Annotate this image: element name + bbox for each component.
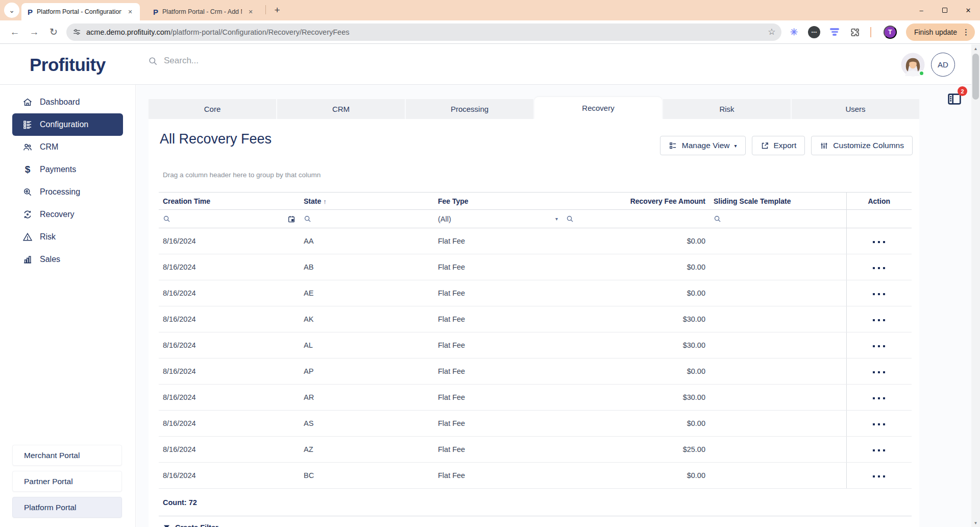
extensions-menu-button[interactable]	[848, 25, 862, 39]
side-panel-toggle[interactable]: 2	[946, 91, 964, 108]
export-icon	[761, 141, 769, 150]
row-actions-button[interactable]	[870, 368, 888, 376]
filter-state[interactable]	[300, 210, 434, 228]
bookmark-button[interactable]: ☆	[768, 27, 775, 37]
browser-profile-button[interactable]: T	[884, 26, 897, 39]
table-row[interactable]: 8/16/2024ARFlat Fee$30.00	[159, 385, 912, 411]
partner-portal-button[interactable]: Partner Portal	[12, 471, 122, 492]
sort-ascending-icon: ↑	[323, 198, 327, 205]
sidebar-item-crm[interactable]: CRM	[12, 136, 123, 158]
url-domain: acme.demo.profituity.com	[86, 28, 170, 36]
cell-creation-time: 8/16/2024	[159, 332, 300, 358]
user-initials-button[interactable]: AD	[931, 53, 955, 77]
page-scrollbar[interactable]: ▲ ▼	[971, 44, 980, 527]
row-actions-button[interactable]	[870, 290, 888, 298]
filter-amount[interactable]	[562, 210, 709, 228]
sidebar-item-payments[interactable]: $ Payments	[12, 158, 123, 181]
merchant-portal-button[interactable]: Merchant Portal	[12, 445, 122, 466]
browser-tab-active[interactable]: P Platform Portal - Configuration ✕	[21, 3, 140, 20]
manage-view-button[interactable]: Manage View ▾	[660, 136, 746, 155]
cell-amount: $0.00	[562, 411, 709, 437]
browser-window: ⌄ P Platform Portal - Configuration ✕ P …	[0, 0, 980, 527]
avatar[interactable]	[901, 53, 925, 77]
table-row[interactable]: 8/16/2024BCFlat Fee$0.00	[159, 463, 912, 489]
sidebar-item-label: Sales	[40, 255, 60, 264]
tab-users[interactable]: Users	[792, 99, 919, 119]
row-actions-button[interactable]	[870, 342, 888, 350]
platform-portal-button[interactable]: Platform Portal	[12, 497, 122, 518]
finish-update-button[interactable]: Finish update ⋮	[906, 23, 975, 41]
close-tab-button[interactable]: ✕	[126, 7, 135, 16]
column-header-state[interactable]: State↑	[300, 193, 434, 210]
row-actions-button[interactable]	[870, 446, 888, 454]
filter-fee-type[interactable]: (All)▾	[434, 210, 562, 228]
extension-chat-button[interactable]: •••	[807, 25, 821, 39]
tab-core[interactable]: Core	[149, 99, 276, 119]
tab-crm[interactable]: CRM	[277, 99, 405, 119]
table-row[interactable]: 8/16/2024AEFlat Fee$0.00	[159, 280, 912, 306]
sidebar-item-configuration[interactable]: Configuration	[12, 113, 123, 136]
url-text: acme.demo.profituity.com/platform-portal…	[86, 28, 768, 36]
customize-columns-button[interactable]: Customize Columns	[811, 136, 913, 155]
scrollbar-thumb[interactable]	[972, 54, 979, 100]
tab-recovery[interactable]: Recovery	[534, 97, 662, 119]
chevron-down-icon: ▾	[734, 143, 737, 149]
search-input[interactable]	[164, 56, 317, 66]
table-row[interactable]: 8/16/2024APFlat Fee$0.00	[159, 358, 912, 385]
scroll-down-arrow[interactable]: ▼	[971, 519, 980, 527]
create-filter-button[interactable]: Create Filter	[159, 516, 912, 527]
cell-creation-time: 8/16/2024	[159, 437, 300, 463]
scroll-up-arrow[interactable]: ▲	[971, 44, 980, 53]
row-actions-button[interactable]	[870, 420, 888, 428]
row-actions-button[interactable]	[870, 394, 888, 402]
table-row[interactable]: 8/16/2024ASFlat Fee$0.00	[159, 411, 912, 437]
table-row[interactable]: 8/16/2024ABFlat Fee$0.00	[159, 254, 912, 280]
filter-sliding-scale[interactable]	[709, 210, 846, 228]
row-actions-button[interactable]	[870, 264, 888, 272]
forward-button[interactable]: →	[24, 23, 44, 41]
sidebar-item-sales[interactable]: Sales	[12, 248, 123, 271]
minimize-button[interactable]: –	[910, 0, 933, 20]
export-button[interactable]: Export	[752, 136, 805, 155]
tab-processing[interactable]: Processing	[406, 99, 533, 119]
table-row[interactable]: 8/16/2024ALFlat Fee$30.00	[159, 332, 912, 358]
new-tab-button[interactable]: +	[270, 3, 284, 17]
tab-search-button[interactable]: ⌄	[4, 3, 19, 18]
table-row[interactable]: 8/16/2024AKFlat Fee$30.00	[159, 306, 912, 332]
sidebar-item-label: CRM	[40, 142, 58, 152]
calendar-icon[interactable]	[287, 215, 296, 223]
extension-icons: ✳ ••• T	[787, 25, 901, 39]
cell-creation-time: 8/16/2024	[159, 228, 300, 254]
search-icon	[148, 56, 158, 66]
url-bar[interactable]: acme.demo.profituity.com/platform-portal…	[66, 23, 781, 41]
global-search[interactable]	[148, 56, 317, 66]
sidebar-item-risk[interactable]: Risk	[12, 226, 123, 248]
user-initials: AD	[938, 60, 948, 69]
reload-button[interactable]: ↻	[44, 23, 63, 41]
column-header-fee-type[interactable]: Fee Type	[434, 193, 562, 210]
close-tab-button[interactable]: ✕	[246, 7, 255, 16]
forward-icon: →	[30, 27, 39, 37]
funnel-bars-icon	[830, 27, 839, 37]
column-header-sliding-scale[interactable]: Sliding Scale Template	[709, 193, 846, 210]
sidebar-item-processing[interactable]: Processing	[12, 181, 123, 203]
browser-tab-inactive[interactable]: P Platform Portal - Crm - Add Me ✕	[147, 3, 260, 20]
row-actions-button[interactable]	[870, 238, 888, 246]
extension-asterisk-button[interactable]: ✳	[787, 25, 801, 39]
notification-badge: 2	[958, 86, 967, 96]
close-window-button[interactable]: ✕	[957, 0, 980, 20]
column-header-amount[interactable]: Recovery Fee Amount	[562, 193, 709, 210]
tab-risk[interactable]: Risk	[663, 99, 791, 119]
filter-creation-time[interactable]	[159, 210, 300, 228]
table-row[interactable]: 8/16/2024AAFlat Fee$0.00	[159, 228, 912, 254]
row-actions-button[interactable]	[870, 316, 888, 324]
sidebar-item-dashboard[interactable]: Dashboard	[12, 91, 123, 113]
extension-filter-button[interactable]	[827, 25, 842, 39]
back-button[interactable]: ←	[5, 23, 24, 41]
sidebar-item-recovery[interactable]: Recovery	[12, 203, 123, 226]
row-actions-button[interactable]	[870, 472, 888, 481]
maximize-button[interactable]	[933, 0, 957, 20]
column-header-creation-time[interactable]: Creation Time	[159, 193, 300, 210]
cell-fee-type: Flat Fee	[434, 358, 562, 385]
table-row[interactable]: 8/16/2024AZFlat Fee$25.00	[159, 437, 912, 463]
